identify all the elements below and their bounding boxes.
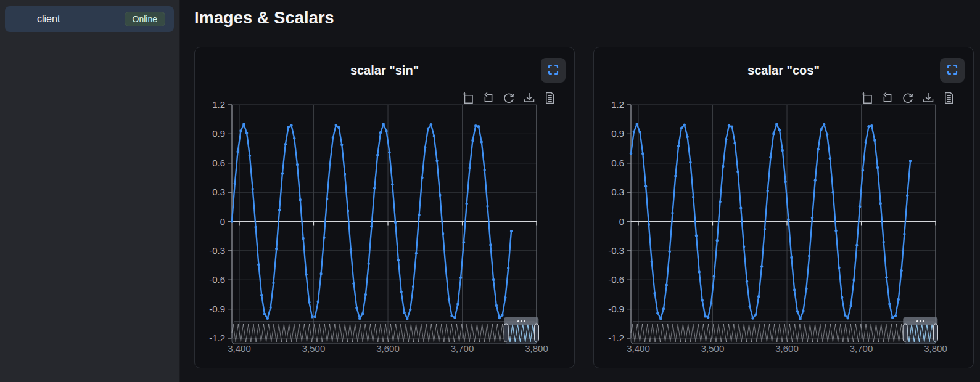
status-badge: Online [125, 12, 165, 26]
page-title: Images & Scalars [194, 9, 980, 28]
x-tick-label: 3,700 [850, 343, 873, 354]
chart-toolbar [462, 92, 556, 104]
x-tick-label: 3,400 [228, 343, 251, 354]
fullscreen-icon [547, 63, 559, 78]
y-tick-label: 1.2 [212, 99, 225, 110]
y-tick-label: 0.6 [212, 158, 225, 168]
fullscreen-icon [946, 63, 958, 78]
restore-icon[interactable] [902, 92, 914, 104]
y-tick-label: -1.2 [209, 333, 225, 343]
datazoom-handle-right[interactable] [535, 324, 539, 341]
x-tick-label: 3,600 [376, 343, 400, 354]
area-zoom-icon[interactable] [462, 92, 474, 104]
y-tick-label: -0.6 [209, 274, 225, 285]
y-tick-label: 0 [619, 216, 624, 227]
datazoom-handle-left[interactable] [504, 324, 508, 341]
y-tick-label: 0.3 [212, 187, 225, 197]
area-zoom-icon[interactable] [861, 92, 873, 104]
y-tick-label: 1.2 [611, 99, 624, 110]
chart-toolbar [861, 92, 955, 104]
x-tick-label: 3,800 [525, 343, 548, 354]
y-tick-label: -0.9 [209, 304, 225, 314]
y-tick-label: 0.9 [212, 128, 225, 139]
x-tick-label: 3,700 [451, 343, 474, 354]
sidebar: client Online [0, 0, 180, 382]
y-tick-label: -0.6 [608, 274, 624, 285]
fullscreen-button[interactable] [940, 58, 965, 83]
main-content: Images & Scalars 1.20.90.60.30-0.3-0.6-0… [181, 0, 980, 382]
x-tick-label: 3,800 [924, 343, 947, 354]
fullscreen-button[interactable] [541, 58, 566, 83]
sidebar-item-client[interactable]: client Online [5, 6, 174, 32]
chart-card-sin: 1.20.90.60.30-0.3-0.6-0.9-1.23,4003,5003… [194, 47, 575, 368]
x-tick-label: 3,400 [627, 343, 650, 354]
x-tick-label: 3,500 [302, 343, 326, 354]
client-label: client [37, 14, 125, 25]
y-tick-label: 0.9 [611, 128, 624, 139]
data-view-icon[interactable] [543, 92, 556, 104]
datazoom-handle-right[interactable] [934, 324, 938, 341]
y-tick-label: 0 [220, 216, 225, 227]
y-tick-label: -0.3 [209, 245, 225, 256]
y-tick-label: -0.3 [608, 245, 624, 256]
save-image-icon[interactable] [523, 92, 535, 104]
chart-title: scalar "sin" [195, 63, 574, 78]
y-tick-label: -0.9 [608, 304, 624, 314]
x-tick-label: 3,500 [701, 343, 725, 354]
y-tick-label: 0.3 [611, 187, 624, 197]
data-view-icon[interactable] [942, 92, 955, 104]
chart-cards-row: 1.20.90.60.30-0.3-0.6-0.9-1.23,4003,5003… [194, 47, 974, 368]
x-tick-label: 3,600 [775, 343, 799, 354]
zoom-reset-icon[interactable] [482, 92, 495, 104]
zoom-reset-icon[interactable] [881, 92, 894, 104]
chart-title: scalar "cos" [594, 63, 973, 78]
restore-icon[interactable] [503, 92, 515, 104]
y-tick-label: -1.2 [608, 333, 624, 343]
save-image-icon[interactable] [922, 92, 934, 104]
y-tick-label: 0.6 [611, 158, 624, 168]
datazoom-handle-left[interactable] [903, 324, 907, 341]
chart-card-cos: 1.20.90.60.30-0.3-0.6-0.9-1.23,4003,5003… [593, 47, 974, 368]
